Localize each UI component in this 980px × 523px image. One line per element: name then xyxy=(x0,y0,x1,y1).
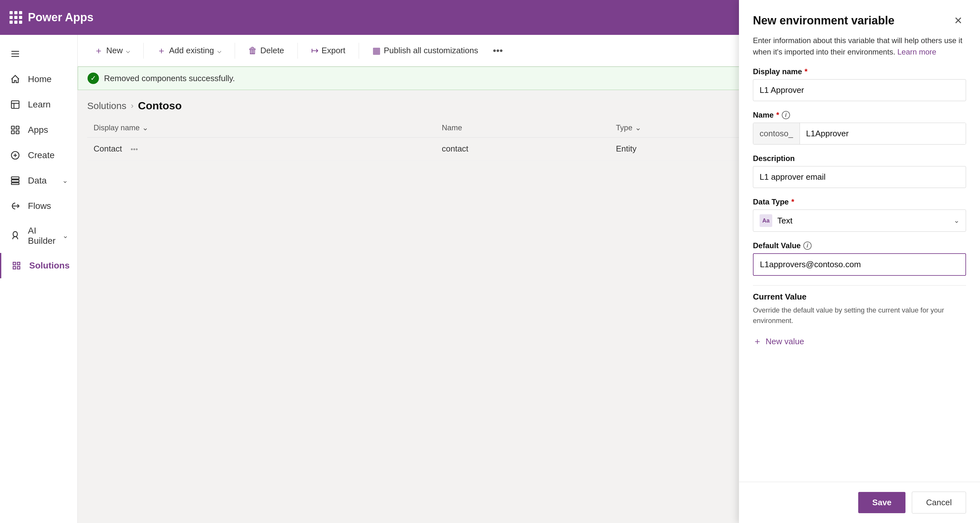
add-icon: ＋ xyxy=(157,45,166,57)
current-value-title: Current Value xyxy=(753,292,966,302)
display-name-required: * xyxy=(805,67,807,76)
current-value-desc: Override the default value by setting th… xyxy=(753,305,966,326)
description-input[interactable] xyxy=(753,166,966,188)
default-value-group: Default Value i xyxy=(753,241,966,276)
display-name-input[interactable] xyxy=(753,79,966,101)
default-value-input[interactable] xyxy=(753,253,966,276)
learn-icon xyxy=(10,99,21,110)
data-type-select[interactable]: Aa Text ⌄ xyxy=(753,209,966,232)
delete-button[interactable]: 🗑 Delete xyxy=(241,41,291,60)
svg-rect-6 xyxy=(11,101,19,108)
sidebar-hamburger[interactable] xyxy=(0,41,77,67)
header-display-name[interactable]: Display name ⌄ xyxy=(94,123,442,132)
data-type-label-row: Data Type * xyxy=(753,198,966,206)
new-button[interactable]: ＋ New ⌵ xyxy=(87,40,137,61)
publish-button[interactable]: ▦ Publish all customizations xyxy=(365,41,485,60)
name-group: Name * i contoso_ xyxy=(753,111,966,144)
svg-rect-18 xyxy=(11,183,19,184)
sidebar-item-apps[interactable]: Apps xyxy=(0,117,77,143)
breadcrumb-solutions-link[interactable]: Solutions xyxy=(87,100,126,111)
panel-description: Enter information about this variable th… xyxy=(739,35,980,67)
add-new-value-button[interactable]: ＋ New value xyxy=(753,332,804,350)
data-type-value: Aa Text xyxy=(760,214,792,227)
apps-icon xyxy=(10,124,21,136)
svg-rect-17 xyxy=(11,180,19,182)
new-value-label: New value xyxy=(765,337,804,346)
publish-label: Publish all customizations xyxy=(384,46,478,55)
svg-rect-9 xyxy=(11,126,14,129)
sidebar-item-ai-builder[interactable]: AI Builder ⌄ xyxy=(0,219,77,253)
display-name-sort-icon: ⌄ xyxy=(142,123,148,132)
header-name-label: Name xyxy=(442,123,462,132)
sidebar-item-solutions-label: Solutions xyxy=(29,260,70,271)
header-type-label: Type xyxy=(616,123,632,132)
description-label: Description xyxy=(753,154,966,163)
new-environment-variable-panel: New environment variable ✕ Enter informa… xyxy=(739,0,980,523)
export-button[interactable]: ↦ Export xyxy=(304,41,352,60)
sidebar-item-flows[interactable]: Flows xyxy=(0,193,77,219)
panel-close-button[interactable]: ✕ xyxy=(950,13,966,29)
apps-grid-icon xyxy=(10,11,22,24)
ai-builder-chevron-icon: ⌄ xyxy=(62,232,68,240)
row-more-icon[interactable]: ••• xyxy=(130,145,138,154)
name-label-row: Name * i xyxy=(753,111,966,119)
flows-icon xyxy=(10,200,21,212)
svg-rect-12 xyxy=(16,131,19,134)
row-actions: ••• xyxy=(130,145,138,154)
svg-rect-11 xyxy=(11,131,14,134)
sidebar-item-solutions[interactable]: Solutions xyxy=(0,253,77,278)
name-input-group: contoso_ xyxy=(753,123,966,144)
sidebar-item-learn-label: Learn xyxy=(28,100,51,110)
app-title: Power Apps xyxy=(28,11,94,24)
create-icon xyxy=(10,150,21,161)
panel-footer: Save Cancel xyxy=(739,482,980,523)
learn-more-link[interactable]: Learn more xyxy=(897,48,936,56)
name-input[interactable] xyxy=(800,123,966,144)
add-existing-chevron-icon: ⌵ xyxy=(217,47,221,55)
row-display-name: Contact ••• xyxy=(94,144,442,154)
sidebar-item-create-label: Create xyxy=(28,150,54,160)
more-button[interactable]: ••• xyxy=(488,41,508,60)
description-group: Description xyxy=(753,154,966,188)
display-name-group: Display name * xyxy=(753,67,966,101)
sidebar-item-ai-builder-label: AI Builder xyxy=(28,226,56,246)
sidebar-item-home[interactable]: Home xyxy=(0,67,77,92)
panel-title: New environment variable xyxy=(753,14,894,27)
ai-icon xyxy=(10,230,21,241)
default-value-info-icon[interactable]: i xyxy=(803,241,811,250)
default-value-label-row: Default Value i xyxy=(753,241,966,250)
svg-rect-16 xyxy=(11,177,19,179)
plus-icon: ＋ xyxy=(94,45,103,57)
data-type-required: * xyxy=(791,198,794,206)
sidebar-item-learn[interactable]: Learn xyxy=(0,92,77,117)
solutions-icon xyxy=(11,260,22,271)
hamburger-icon xyxy=(10,48,21,60)
sidebar-item-flows-label: Flows xyxy=(28,201,51,211)
breadcrumb-current: Contoso xyxy=(138,100,182,112)
name-required: * xyxy=(776,111,779,119)
new-button-label: New xyxy=(106,46,123,55)
sidebar-item-apps-label: Apps xyxy=(28,125,48,135)
cancel-button[interactable]: Cancel xyxy=(912,491,966,513)
data-icon xyxy=(10,175,21,186)
toolbar-divider-3 xyxy=(298,43,298,59)
breadcrumb-separator: › xyxy=(130,101,134,111)
row-name: contact xyxy=(442,144,616,154)
trash-icon: 🗑 xyxy=(248,45,257,56)
sidebar-item-data[interactable]: Data ⌄ xyxy=(0,168,77,193)
name-info-icon[interactable]: i xyxy=(782,111,790,119)
sidebar: Home Learn Apps xyxy=(0,35,78,523)
publish-icon: ▦ xyxy=(372,45,380,56)
home-icon xyxy=(10,73,21,85)
toolbar-divider-2 xyxy=(235,43,235,59)
data-chevron-icon: ⌄ xyxy=(62,177,68,185)
plus-new-value-icon: ＋ xyxy=(753,335,762,347)
export-icon: ↦ xyxy=(311,45,318,56)
display-name-label: Display name * xyxy=(753,67,966,76)
sidebar-item-create[interactable]: Create xyxy=(0,143,77,168)
sidebar-item-home-label: Home xyxy=(28,74,52,84)
success-message: Removed components successfully. xyxy=(104,73,235,83)
add-existing-button[interactable]: ＋ Add existing ⌵ xyxy=(150,40,228,61)
name-prefix: contoso_ xyxy=(753,123,800,144)
save-button[interactable]: Save xyxy=(858,492,905,513)
